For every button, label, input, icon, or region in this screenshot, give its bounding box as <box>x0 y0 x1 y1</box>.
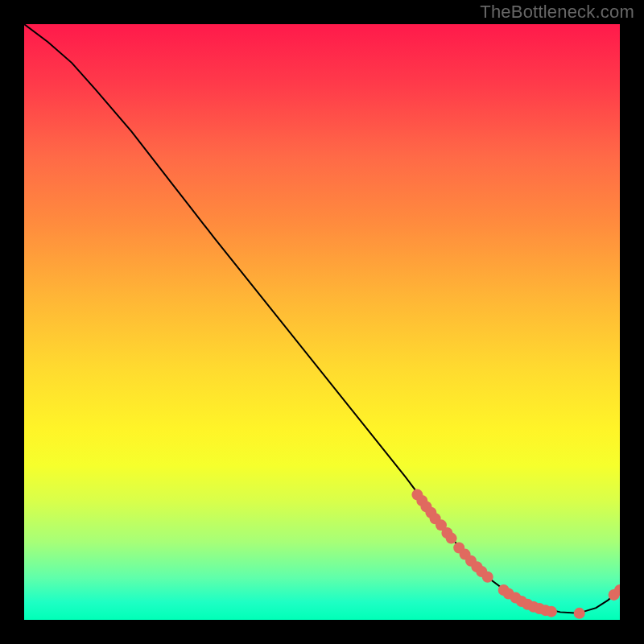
data-marker <box>546 606 557 617</box>
bottleneck-curve <box>24 24 620 613</box>
data-marker <box>446 533 457 544</box>
curve-layer <box>24 24 620 620</box>
watermark-text: TheBottleneck.com <box>480 2 634 23</box>
chart-frame: TheBottleneck.com <box>0 0 644 644</box>
plot-area <box>24 24 620 620</box>
data-marker <box>482 572 493 583</box>
data-marker <box>574 608 585 619</box>
data-markers <box>411 489 620 619</box>
